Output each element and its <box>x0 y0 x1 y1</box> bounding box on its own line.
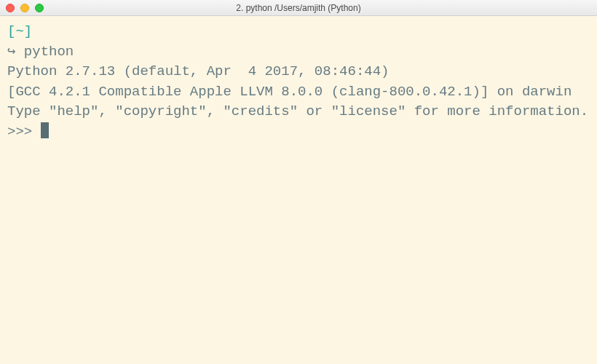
python-version-line: Python 2.7.13 (default, Apr 4 2017, 08:4… <box>7 62 590 82</box>
python-repl-prompt: >>> <box>7 124 41 140</box>
terminal-cursor <box>41 122 49 138</box>
traffic-lights <box>6 4 44 12</box>
minimize-window-button[interactable] <box>20 4 29 12</box>
terminal-content[interactable]: [~]↪ pythonPython 2.7.13 (default, Apr 4… <box>0 16 597 364</box>
python-compiler-line: [GCC 4.2.1 Compatible Apple LLVM 8.0.0 (… <box>7 82 590 103</box>
shell-prompt-arrow: ↪ <box>7 44 24 60</box>
shell-command: python <box>24 44 74 60</box>
shell-prompt-dir: [~] <box>7 23 32 39</box>
maximize-window-button[interactable] <box>35 4 44 12</box>
python-help-line: Type "help", "copyright", "credits" or "… <box>7 102 590 122</box>
close-window-button[interactable] <box>6 4 15 12</box>
window-titlebar: 2. python /Users/amjith (Python) <box>0 0 597 16</box>
window-title: 2. python /Users/amjith (Python) <box>0 3 597 13</box>
